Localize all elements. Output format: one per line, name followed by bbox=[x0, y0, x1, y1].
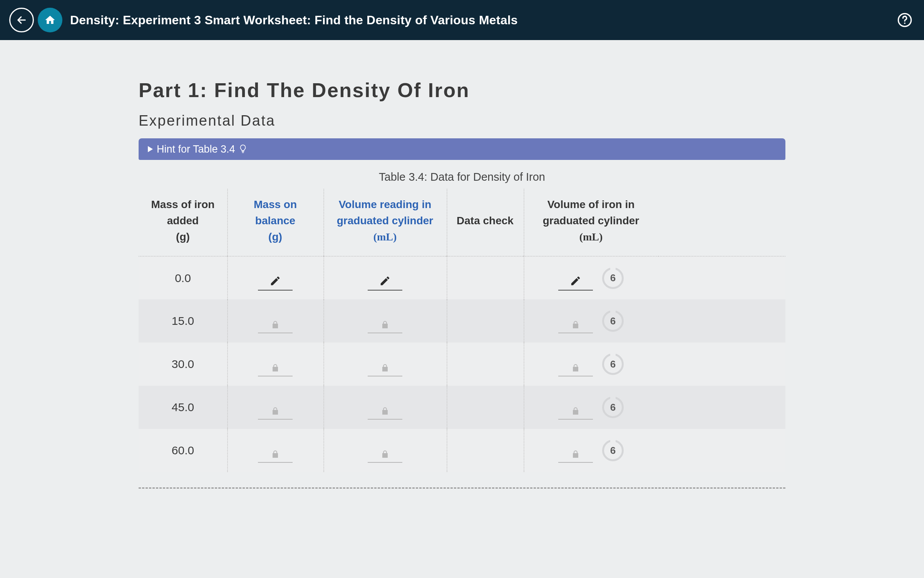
filler-cell bbox=[658, 343, 785, 386]
mass-on-balance-input bbox=[258, 309, 293, 333]
filler-cell bbox=[658, 256, 785, 299]
lock-icon bbox=[271, 320, 280, 329]
home-icon bbox=[44, 14, 56, 26]
attempt-counter-badge: 6 bbox=[602, 397, 624, 418]
section-subheading: Experimental Data bbox=[139, 113, 785, 129]
data-check-cell bbox=[447, 386, 524, 429]
lock-icon bbox=[571, 363, 580, 373]
table-row: 0.06 bbox=[139, 256, 785, 299]
attempt-counter-badge: 6 bbox=[602, 440, 624, 461]
section-divider bbox=[139, 487, 785, 489]
worksheet-page: Part 1: Find The Density Of Iron Experim… bbox=[0, 40, 924, 578]
volume-reading-input bbox=[368, 438, 402, 463]
data-check-cell bbox=[447, 299, 524, 343]
pencil-icon bbox=[379, 275, 391, 287]
lock-icon bbox=[380, 407, 390, 416]
volume-iron-input bbox=[558, 438, 593, 463]
col-volume-reading: Volume reading in graduated cylinder (mL… bbox=[323, 189, 447, 256]
col-data-check: Data check bbox=[447, 189, 524, 256]
mass-on-balance-input[interactable] bbox=[258, 266, 293, 291]
page-title: Density: Experiment 3 Smart Worksheet: F… bbox=[70, 13, 518, 27]
col-mass-added: Mass of iron added (g) bbox=[139, 189, 227, 256]
table-caption: Table 3.4: Data for Density of Iron bbox=[139, 171, 785, 183]
filler-cell bbox=[658, 299, 785, 343]
volume-iron-input bbox=[558, 309, 593, 333]
volume-reading-input bbox=[368, 309, 402, 333]
attempt-counter-badge: 6 bbox=[602, 267, 624, 289]
volume-iron-input bbox=[558, 395, 593, 420]
volume-iron-input bbox=[558, 352, 593, 376]
table-row: 45.06 bbox=[139, 386, 785, 429]
lock-icon bbox=[271, 407, 280, 416]
hint-label: Hint for Table 3.4 bbox=[157, 143, 235, 155]
attempt-counter-badge: 6 bbox=[602, 310, 624, 332]
top-bar: Density: Experiment 3 Smart Worksheet: F… bbox=[0, 0, 924, 40]
filler-cell bbox=[658, 429, 785, 472]
lock-icon bbox=[571, 320, 580, 329]
pencil-icon bbox=[270, 275, 281, 287]
lock-icon bbox=[380, 363, 390, 373]
lock-icon bbox=[271, 450, 280, 459]
section-heading: Part 1: Find The Density Of Iron bbox=[139, 79, 785, 102]
mass-on-balance-input bbox=[258, 352, 293, 376]
col-mass-balance: Mass on balance (g) bbox=[227, 189, 323, 256]
back-button[interactable] bbox=[9, 8, 34, 32]
mass-on-balance-input bbox=[258, 395, 293, 420]
hint-toggle[interactable]: Hint for Table 3.4 bbox=[139, 138, 785, 160]
table-row: 60.06 bbox=[139, 429, 785, 472]
table-row: 30.06 bbox=[139, 343, 785, 386]
mass-added-value: 60.0 bbox=[139, 429, 227, 472]
data-check-cell bbox=[447, 429, 524, 472]
col-volume-iron: Volume of iron in graduated cylinder (mL… bbox=[524, 189, 658, 256]
lock-icon bbox=[571, 450, 580, 459]
home-button[interactable] bbox=[38, 8, 62, 32]
data-check-cell bbox=[447, 343, 524, 386]
svg-point-2 bbox=[904, 23, 906, 24]
mass-on-balance-input bbox=[258, 438, 293, 463]
nav-group bbox=[9, 8, 62, 32]
mass-added-value: 45.0 bbox=[139, 386, 227, 429]
data-check-cell bbox=[447, 256, 524, 299]
lightbulb-icon bbox=[239, 144, 247, 154]
volume-reading-input bbox=[368, 395, 402, 420]
lock-icon bbox=[380, 320, 390, 329]
density-table: Mass of iron added (g) Mass on balance (… bbox=[139, 189, 785, 472]
mass-added-value: 0.0 bbox=[139, 256, 227, 299]
filler-cell bbox=[658, 386, 785, 429]
attempt-counter-badge: 6 bbox=[602, 353, 624, 375]
volume-iron-input[interactable] bbox=[558, 266, 593, 291]
table-row: 15.06 bbox=[139, 299, 785, 343]
col-spare bbox=[658, 189, 785, 256]
lock-icon bbox=[380, 450, 390, 459]
lock-icon bbox=[271, 363, 280, 373]
help-button[interactable] bbox=[895, 10, 915, 30]
volume-reading-input bbox=[368, 352, 402, 376]
volume-reading-input[interactable] bbox=[368, 266, 402, 291]
mass-added-value: 15.0 bbox=[139, 299, 227, 343]
pencil-icon bbox=[570, 275, 581, 287]
lock-icon bbox=[571, 407, 580, 416]
arrow-left-icon bbox=[16, 15, 27, 25]
caret-right-icon bbox=[148, 146, 153, 152]
mass-added-value: 30.0 bbox=[139, 343, 227, 386]
help-icon bbox=[897, 12, 912, 28]
